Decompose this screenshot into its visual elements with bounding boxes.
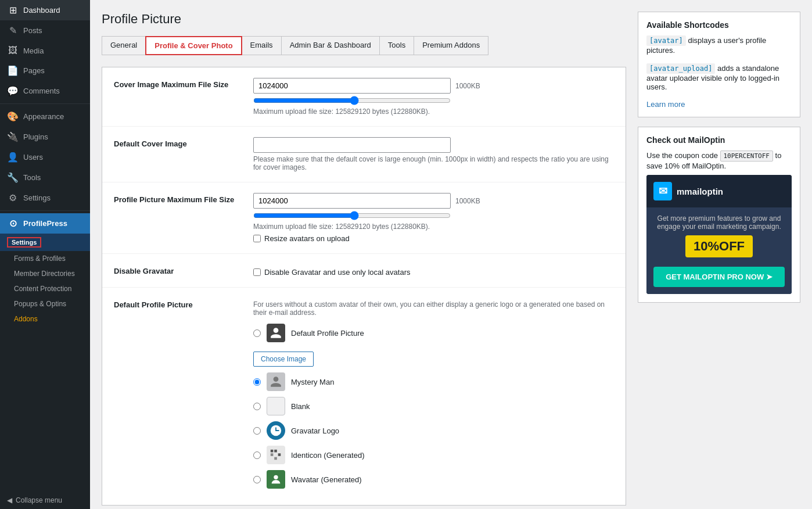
disable-gravatar-control: Disable Gravatar and use only local avat… (253, 264, 614, 277)
mailoptin-card: Check out MailOptin Use the coupon code … (638, 127, 800, 303)
page-title: Profile Picture (102, 12, 626, 27)
radio-mystery[interactable] (253, 378, 261, 386)
resize-avatars-checkbox[interactable] (253, 235, 261, 242)
tab-tools[interactable]: Tools (379, 36, 414, 55)
sidebar-item-appearance[interactable]: 🎨 Appearance (0, 106, 90, 127)
learn-more-link[interactable]: Learn more (646, 100, 685, 109)
profile-picture-size-hint: Maximum upload file size: 125829120 byte… (253, 223, 614, 231)
tab-general[interactable]: General (102, 36, 146, 55)
avatar-upload-shortcode-badge: [avatar_upload] (646, 63, 715, 74)
sidebar-item-posts[interactable]: ✎ Posts (0, 20, 90, 41)
appearance-icon: 🎨 (7, 111, 19, 122)
default-cover-row: Default Cover Image Please make sure tha… (102, 127, 626, 182)
collapse-menu-button[interactable]: ◀ Collapse menu (0, 492, 90, 509)
svg-rect-1 (271, 450, 274, 453)
radio-custom[interactable] (253, 329, 261, 337)
sidebar-item-media[interactable]: 🖼 Media (0, 41, 90, 60)
sidebar-item-users[interactable]: 👤 Users (0, 147, 90, 167)
tab-bar: General Profile & Cover Photo Emails Adm… (102, 36, 626, 55)
content-area: Profile Picture General Profile & Cover … (102, 12, 626, 497)
media-icon: 🖼 (7, 45, 19, 56)
radio-option-wavatar: Wavatar (Generated) (253, 470, 614, 489)
profile-picture-size-label: Profile Picture Maximum File Size (114, 193, 242, 204)
avatar-custom-icon (267, 324, 285, 342)
profile-picture-size-slider[interactable] (253, 211, 451, 220)
comments-icon: 💬 (7, 85, 19, 96)
sidebar-item-plugins[interactable]: 🔌 Plugins (0, 127, 90, 147)
tools-icon: 🔧 (7, 172, 19, 183)
radio-option-custom: Default Profile Picture (253, 324, 614, 342)
pages-icon: 📄 (7, 65, 19, 76)
profilepress-icon: ⊙ (7, 218, 19, 229)
tab-admin-bar[interactable]: Admin Bar & Dashboard (281, 36, 380, 55)
disable-gravatar-checkbox[interactable] (253, 268, 261, 276)
cover-image-size-control: 1000KB Maximum upload file size: 1258291… (253, 78, 614, 116)
disable-gravatar-row: Disable Gravatar Disable Gravatar and us… (102, 254, 626, 288)
mailoptin-logo: ✉ (653, 182, 672, 200)
plugins-icon: 🔌 (7, 131, 19, 142)
default-profile-control: For users without a custom avatar of the… (253, 298, 614, 494)
radio-identicon-label: Identicon (Generated) (291, 451, 364, 460)
radio-option-blank: Blank (253, 397, 614, 415)
cover-image-size-input[interactable] (253, 78, 451, 94)
sidebar-sub-directories[interactable]: Member Directories (0, 266, 90, 281)
sidebar-item-settings[interactable]: ⚙ Settings (0, 188, 90, 208)
coupon-code-badge: 10PERCENTOFF (720, 150, 773, 162)
mailoptin-discount: 10%OFF (685, 235, 753, 257)
mailoptin-cta-button[interactable]: GET MAILOPTIN PRO NOW ➤ (653, 267, 785, 287)
profile-picture-size-control: 1000KB Maximum upload file size: 1258291… (253, 193, 614, 243)
sidebar-sub-settings[interactable]: Settings (0, 234, 90, 251)
default-cover-input[interactable] (253, 137, 451, 153)
sidebar-item-comments[interactable]: 💬 Comments (0, 81, 90, 101)
radio-identicon[interactable] (253, 451, 261, 459)
radio-gravatar[interactable] (253, 427, 261, 435)
default-profile-label: Default Profile Picture (114, 298, 242, 309)
sidebar-sub-addons[interactable]: Addons (0, 311, 90, 327)
sidebar-item-pages[interactable]: 📄 Pages (0, 60, 90, 81)
choose-image-button[interactable]: Choose Image (253, 352, 314, 367)
sidebar-sub-popups[interactable]: Popups & Optins (0, 296, 90, 311)
sidebar-item-profilepress[interactable]: ⊙ ProfilePress (0, 213, 90, 234)
mailoptin-brand: mmailoptin (677, 187, 723, 196)
default-profile-row: Default Profile Picture For users withou… (102, 288, 626, 505)
shortcodes-card: Available Shortcodes [avatar] displays a… (638, 12, 800, 117)
settings-form: Cover Image Maximum File Size 1000KB Max… (102, 67, 626, 506)
posts-icon: ✎ (7, 25, 19, 36)
radio-wavatar-label: Wavatar (Generated) (291, 475, 362, 484)
default-cover-label: Default Cover Image (114, 137, 242, 148)
main-content: Profile Picture General Profile & Cover … (90, 0, 812, 509)
sidebar-sub-forms[interactable]: Forms & Profiles (0, 251, 90, 266)
shortcodes-avatar-upload-line: [avatar_upload] adds a standalone avatar… (646, 63, 792, 91)
default-profile-description: For users without a custom avatar of the… (253, 300, 614, 317)
disable-gravatar-checkbox-label: Disable Gravatar and use only local avat… (264, 268, 410, 277)
radio-mystery-label: Mystery Man (291, 378, 334, 386)
tab-emails[interactable]: Emails (242, 36, 282, 55)
profile-picture-size-input[interactable] (253, 193, 451, 209)
cover-image-size-slider[interactable] (253, 96, 451, 105)
svg-rect-4 (278, 453, 281, 456)
tab-premium-addons[interactable]: Premium Addons (414, 36, 488, 55)
radio-blank[interactable] (253, 403, 261, 410)
disable-gravatar-label: Disable Gravatar (114, 264, 242, 275)
svg-point-6 (274, 475, 278, 479)
shortcodes-avatar-line: [avatar] displays a user's profile pictu… (646, 35, 792, 55)
cover-image-size-row: Cover Image Maximum File Size 1000KB Max… (102, 67, 626, 127)
shortcodes-title: Available Shortcodes (646, 20, 792, 30)
settings-active-badge: Settings (7, 237, 41, 248)
avatar-shortcode-badge: [avatar] (646, 35, 686, 46)
mailoptin-tagline: Get more premium features to grow and en… (653, 214, 785, 231)
settings-icon: ⚙ (7, 192, 19, 203)
sidebar-sub-protection[interactable]: Content Protection (0, 281, 90, 296)
collapse-icon: ◀ (7, 496, 12, 504)
profile-picture-size-unit: 1000KB (455, 197, 480, 205)
mailoptin-ad-body: Get more premium features to grow and en… (646, 207, 792, 294)
sidebar-item-tools[interactable]: 🔧 Tools (0, 167, 90, 188)
avatar-blank-icon (267, 397, 285, 415)
tab-profile-cover[interactable]: Profile & Cover Photo (145, 36, 242, 55)
radio-wavatar[interactable] (253, 476, 261, 483)
mailoptin-logo-symbol: ✉ (659, 185, 667, 198)
svg-rect-3 (271, 453, 274, 456)
avatar-wavatar-icon (267, 470, 285, 489)
radio-option-gravatar: Gravatar Logo (253, 421, 614, 440)
sidebar-item-dashboard[interactable]: ⊞ Dashboard (0, 0, 90, 20)
